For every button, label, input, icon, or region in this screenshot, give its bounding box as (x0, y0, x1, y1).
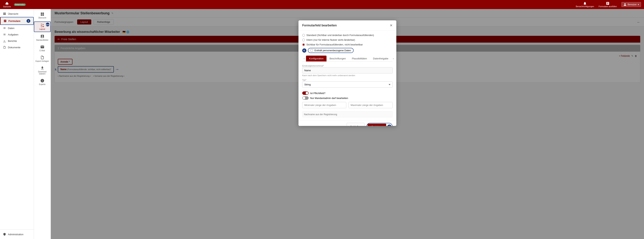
radio-option-sichtbar: Sichtbar für Formularausfüllenden, nicht… (302, 43, 392, 46)
sub-sidebar-experts[interactable]: Experte (34, 77, 50, 87)
user-name: Benutzer (628, 3, 637, 6)
modal-title: Formularfeld bearbeiten (302, 24, 337, 27)
checkbox-circle: Enthält personenbezogene Daten (308, 48, 354, 53)
toggle-required-row: Ist Pflichtfeld? (302, 91, 392, 95)
unique-id-hint: Kann nach dem Speichern nicht mehr umben… (302, 74, 392, 77)
personal-data-checkbox[interactable] (310, 49, 313, 52)
unique-id-label: Eindeutigkeitsmerkmal* (302, 65, 392, 67)
type-label: Typ* (302, 79, 392, 81)
step-1-badge: 1 (26, 19, 30, 23)
min-length-group (302, 102, 346, 109)
save-btn[interactable]: Speichern (368, 124, 386, 126)
beta-badge: Betamodus (14, 4, 26, 6)
type-select[interactable]: String (302, 81, 392, 88)
step-4-num: 4. (302, 49, 306, 53)
step-5-num: 5 (387, 125, 392, 126)
sidebar-item-documents[interactable]: Dokumente (0, 44, 34, 51)
forms-fill-label: Formulare ausfüllen (599, 5, 617, 8)
sub-sidebar-email-label: E-Mail (40, 50, 45, 52)
radio-option-standard: Standard (Sichtbar und änderbar durch Fo… (302, 34, 392, 37)
toggle-required-label: Ist Pflichtfeld? (310, 92, 326, 95)
sidebar-item-data[interactable]: Daten (0, 25, 34, 31)
toggle-admin-label: Nur Mandantadmin darf bearbeiten (310, 97, 348, 100)
sidebar-item-tasks-label: Aufgaben (8, 33, 18, 36)
sub-sidebar-layout[interactable]: Layout layout (34, 22, 50, 32)
modal-overlay: Formularfeld bearbeiten ✕ Standard (Sich… (51, 9, 644, 239)
radio-standard-label: Standard (Sichtbar und änderbar durch Fo… (306, 34, 374, 37)
toggle-admin-row: Nur Mandantadmin darf bearbeiten (302, 96, 392, 100)
unique-id-group: Eindeutigkeitsmerkmal* Kann nach dem Spe… (302, 65, 392, 77)
modal-footer: Schließen Speichern 5 (298, 120, 396, 126)
toggle-admin[interactable] (302, 96, 309, 100)
max-length-input[interactable] (348, 102, 392, 108)
main-content: Musterformular Stellenbewerbung ✎ Formul… (51, 9, 644, 239)
nachname-hint: Nachname aus der Registrierung (304, 113, 337, 116)
radio-intern-input[interactable] (302, 39, 305, 41)
user-dropdown-icon: ▾ (638, 3, 639, 6)
tab-prev-arrow[interactable]: ‹ (302, 56, 306, 62)
max-length-group (348, 102, 392, 109)
sub-sidebar-standard[interactable]: Standardfelder (34, 33, 50, 43)
step-2-badge: layout (46, 23, 50, 26)
sub-sidebar-email[interactable]: E-Mail (34, 43, 50, 53)
forms-fill-action[interactable]: Formulare ausfüllen (599, 2, 617, 8)
sidebar-item-forms-label: Formulare (8, 20, 20, 23)
sidebar-item-data-label: Daten (8, 27, 14, 30)
sidebar-item-documents-label: Dokumente (8, 46, 20, 49)
save-circle-annotation: Speichern 5 (366, 123, 392, 126)
modal-tabs: ‹ Konfiguration Beschriftungen Plausibil… (302, 56, 392, 62)
tab-datenfreigabe[interactable]: Datenfreigabe (370, 56, 392, 62)
sub-sidebar-overview[interactable]: Übersicht (34, 11, 50, 20)
notifications-label: Benachrichtigungen (576, 5, 594, 8)
user-menu[interactable]: Benutzer ▾ (622, 2, 641, 7)
sidebar-item-forms[interactable]: Formulare 1 (0, 17, 34, 25)
modal-close-btn[interactable]: ✕ (390, 23, 392, 28)
sub-sidebar-experts-label: Experte (39, 83, 45, 85)
cancel-btn[interactable]: Schließen (347, 123, 365, 126)
sub-sidebar: Übersicht Layout layout Standardfelder E… (34, 9, 51, 239)
modal-dialog: Formularfeld bearbeiten ✕ Standard (Sich… (298, 20, 396, 126)
sidebar-item-reports[interactable]: Berichte (0, 38, 34, 44)
modal-body: Standard (Sichtbar und änderbar durch Fo… (298, 31, 396, 120)
sub-sidebar-download-label: Download Dateien (35, 71, 50, 75)
radio-intern-label: Intern (nur für interne Nutzer sicht-/än… (306, 39, 355, 41)
personal-data-label: Enthält personenbezogene Daten (314, 49, 351, 52)
header-right: Benachrichtigungen Formulare ausfüllen B… (576, 2, 641, 8)
sidebar-item-reports-label: Berichte (8, 40, 17, 42)
radio-standard-input[interactable] (302, 34, 305, 37)
sub-sidebar-layout-label: Layout (39, 28, 45, 30)
sub-sidebar-overview-label: Übersicht (38, 17, 46, 19)
sidebar-item-admin-label: Administration (8, 233, 23, 236)
sub-sidebar-download[interactable]: Download Dateien (34, 65, 50, 76)
radio-option-intern: Intern (nur für interne Nutzer sicht-/än… (302, 39, 392, 41)
header-left: Startseite Betamodus (3, 2, 26, 8)
sidebar-item-overview-label: Übersicht (8, 13, 18, 15)
sidebar: Übersicht Formulare 1 Daten Aufgaben Ber… (0, 9, 34, 239)
radio-sichtbar-label: Sichtbar für Formularausfüllenden, nicht… (306, 43, 363, 46)
sidebar-item-overview[interactable]: Übersicht (0, 11, 34, 17)
sidebar-bottom: Administration (0, 229, 34, 239)
sidebar-item-tasks[interactable]: Aufgaben (0, 31, 34, 38)
min-length-input[interactable] (302, 102, 346, 108)
length-row (302, 102, 392, 109)
nachname-hint-group: Nachname aus der Registrierung (302, 111, 392, 117)
home-label: Startseite (3, 6, 11, 8)
type-group: Typ* String (302, 79, 392, 90)
radio-sichtbar-input[interactable] (302, 43, 305, 46)
toggle-required[interactable] (302, 91, 309, 95)
sidebar-item-admin[interactable]: Administration (0, 231, 34, 237)
top-header: Startseite Betamodus Benachrichtigungen … (0, 0, 644, 9)
tab-plausibilitaeten[interactable]: Plausibilitäten (349, 56, 370, 62)
home-nav[interactable]: Startseite (3, 2, 11, 8)
sub-sidebar-export-label: Export-Vorlagen (36, 60, 49, 62)
tab-konfiguration[interactable]: Konfiguration (306, 56, 326, 62)
tab-next-arrow[interactable]: › (392, 56, 395, 62)
sidebar-divider (0, 51, 34, 229)
notifications-action[interactable]: Benachrichtigungen (576, 2, 594, 8)
unique-id-input[interactable] (302, 67, 392, 74)
sub-sidebar-export[interactable]: Export-Vorlagen (34, 54, 50, 64)
sub-sidebar-standard-label: Standardfelder (36, 39, 48, 41)
tab-beschriftungen[interactable]: Beschriftungen (326, 56, 349, 62)
app-body: Übersicht Formulare 1 Daten Aufgaben Ber… (0, 9, 644, 239)
checkbox-row: 4. Enthält personenbezogene Daten (302, 48, 392, 53)
